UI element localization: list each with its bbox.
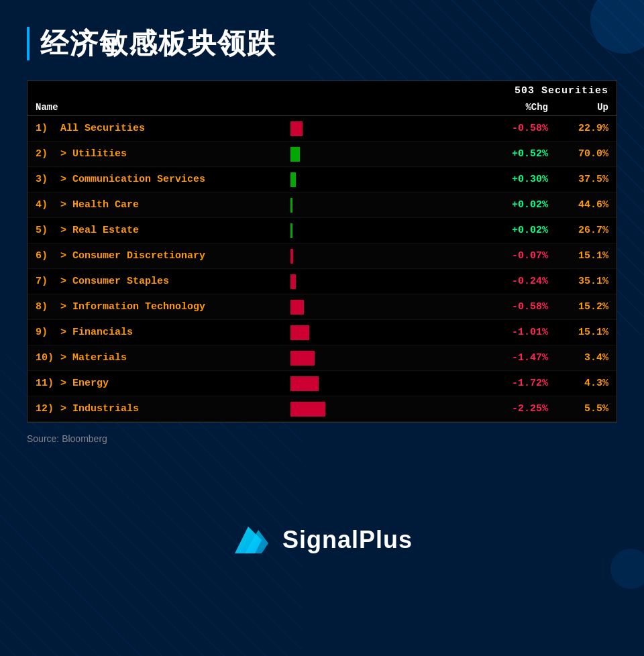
bar-visual (290, 351, 315, 366)
row-name: 4) > Health Care (36, 199, 290, 211)
row-up-pct: 4.3% (548, 378, 608, 389)
bar-visual (290, 300, 304, 315)
row-change: +0.30% (481, 174, 548, 185)
row-name: 8) > Information Technology (36, 301, 290, 313)
row-up-pct: 15.1% (548, 327, 608, 338)
row-change: +0.02% (481, 199, 548, 211)
signalplus-logo-text: SignalPlus (282, 526, 413, 554)
bar-visual (290, 402, 325, 417)
row-name: 1) All Securities (36, 123, 290, 134)
col-header-up: Up (548, 102, 608, 113)
bar-visual (290, 274, 296, 289)
logo-section: SignalPlus (27, 444, 617, 636)
row-up-pct: 15.1% (548, 250, 608, 262)
table-row: 3) > Communication Services+0.30%37.5% (28, 167, 616, 193)
bar-visual (290, 249, 293, 264)
row-number: 11) (36, 378, 54, 389)
row-name: 3) > Communication Services (36, 174, 290, 185)
source-attribution: Source: Bloomberg (27, 433, 617, 444)
table-row: 4) > Health Care+0.02%44.6% (28, 193, 616, 218)
page-title: 经济敏感板块领跌 (40, 27, 617, 60)
row-bar (290, 121, 481, 136)
row-bar (290, 351, 481, 366)
bar-visual (290, 223, 292, 238)
row-up-pct: 5.5% (548, 403, 608, 415)
row-bar (290, 147, 481, 162)
table-row: 2) > Utilities+0.52%70.0% (28, 142, 616, 167)
table-header-top: 503 Securities (28, 81, 616, 99)
row-number: 8) (36, 301, 54, 313)
signalplus-logo-icon (231, 523, 272, 557)
row-bar (290, 300, 481, 315)
row-name: 5) > Real Estate (36, 225, 290, 236)
bar-visual (290, 325, 309, 340)
row-change: -0.58% (481, 123, 548, 134)
row-bar (290, 325, 481, 340)
row-change: -1.01% (481, 327, 548, 338)
bar-visual (290, 198, 292, 213)
row-up-pct: 70.0% (548, 148, 608, 160)
row-up-pct: 44.6% (548, 199, 608, 211)
data-table: 503 Securities Name %Chg Up 1) All Secur… (27, 80, 617, 423)
row-change: -1.72% (481, 378, 548, 389)
row-bar (290, 376, 481, 391)
bar-visual (290, 147, 300, 162)
row-change: -0.58% (481, 301, 548, 313)
securities-count: 503 Securities (515, 85, 608, 97)
table-row: 11) > Energy-1.72%4.3% (28, 371, 616, 396)
row-name: 10) > Materials (36, 352, 290, 364)
table-row: 9) > Financials-1.01%15.1% (28, 320, 616, 345)
row-bar (290, 249, 481, 264)
row-change: -0.24% (481, 276, 548, 287)
title-section: 经济敏感板块领跌 (27, 27, 617, 60)
row-number: 5) (36, 225, 54, 236)
table-row: 8) > Information Technology-0.58%15.2% (28, 294, 616, 320)
row-number: 12) (36, 403, 54, 415)
bar-visual (290, 172, 296, 187)
row-number: 4) (36, 199, 54, 211)
row-up-pct: 35.1% (548, 276, 608, 287)
row-number: 10) (36, 352, 54, 364)
row-change: -0.07% (481, 250, 548, 262)
row-name: 2) > Utilities (36, 148, 290, 160)
row-number: 1) (36, 123, 54, 134)
row-number: 7) (36, 276, 54, 287)
row-up-pct: 37.5% (548, 174, 608, 185)
row-bar (290, 198, 481, 213)
row-number: 2) (36, 148, 54, 160)
row-up-pct: 15.2% (548, 301, 608, 313)
row-name: 6) > Consumer Discretionary (36, 250, 290, 262)
table-row: 12) > Industrials-2.25%5.5% (28, 396, 616, 422)
row-up-pct: 22.9% (548, 123, 608, 134)
table-body: 1) All Securities-0.58%22.9%2) > Utiliti… (28, 116, 616, 422)
table-row: 1) All Securities-0.58%22.9% (28, 116, 616, 142)
row-change: +0.02% (481, 225, 548, 236)
title-border: 经济敏感板块领跌 (27, 27, 617, 60)
row-bar (290, 172, 481, 187)
row-name: 7) > Consumer Staples (36, 276, 290, 287)
bar-visual (290, 121, 303, 136)
page-content: 经济敏感板块领跌 503 Securities Name %Chg Up 1) … (0, 0, 644, 656)
row-number: 3) (36, 174, 54, 185)
col-header-pct: %Chg (481, 102, 548, 113)
row-change: +0.52% (481, 148, 548, 160)
table-row: 5) > Real Estate+0.02%26.7% (28, 218, 616, 243)
row-name: 9) > Financials (36, 327, 290, 338)
table-column-headers: Name %Chg Up (28, 99, 616, 116)
row-number: 6) (36, 250, 54, 262)
row-up-pct: 26.7% (548, 225, 608, 236)
row-name: 11) > Energy (36, 378, 290, 389)
row-name: 12) > Industrials (36, 403, 290, 415)
row-bar (290, 274, 481, 289)
row-number: 9) (36, 327, 54, 338)
table-row: 6) > Consumer Discretionary-0.07%15.1% (28, 243, 616, 269)
row-change: -2.25% (481, 403, 548, 415)
table-row: 10) > Materials-1.47%3.4% (28, 345, 616, 371)
row-change: -1.47% (481, 352, 548, 364)
row-up-pct: 3.4% (548, 352, 608, 364)
table-row: 7) > Consumer Staples-0.24%35.1% (28, 269, 616, 294)
bar-visual (290, 376, 319, 391)
col-header-name: Name (36, 102, 290, 113)
row-bar (290, 402, 481, 417)
row-bar (290, 223, 481, 238)
